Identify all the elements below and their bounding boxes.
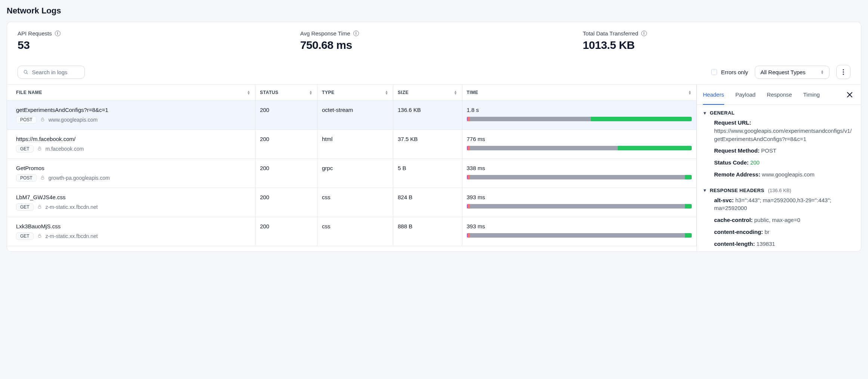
sort-icon[interactable]: ▲▼ (688, 90, 692, 95)
request-type-select[interactable]: All Request Types ▲▼ (755, 66, 830, 79)
controls-row: Errors only All Request Types ▲▼ (7, 65, 861, 84)
table-row[interactable]: GetPromosPOSTgrowth-pa.googleapis.com200… (7, 159, 697, 188)
host-text: www.googleapis.com (49, 117, 98, 123)
cell-type: octet-stream (317, 101, 393, 130)
select-chevron-icon: ▲▼ (821, 70, 824, 74)
close-details-button[interactable] (844, 90, 855, 100)
cell-time: 1.8 s (462, 101, 696, 130)
kv-key: Request Method: (714, 147, 760, 154)
column-header-size[interactable]: Size▲▼ (393, 85, 462, 101)
cell-file: LbM7_GWJS4e.cssGETz-m-static.xx.fbcdn.ne… (7, 188, 255, 217)
column-header-type[interactable]: Type▲▼ (317, 85, 393, 101)
metric-label: Avg Response Time i (300, 30, 568, 37)
file-name: Lxk3BauoMjS.css (16, 223, 251, 229)
time-text: 1.8 s (467, 107, 692, 113)
tab-headers[interactable]: Headers (703, 85, 724, 104)
timing-bar (467, 175, 692, 179)
lock-icon (37, 146, 42, 152)
body-row: File Name▲▼ Status▲▼ Type▲▼ Size▲▼ Time▲ (7, 84, 861, 251)
section-title: RESPONSE HEADERS (710, 188, 764, 193)
cell-status: 200 (255, 159, 317, 188)
column-header-label: Size (398, 90, 409, 95)
kv-key: content-length: (714, 241, 755, 247)
host-text: growth-pa.googleapis.com (49, 175, 110, 181)
details-section-general: ▾ GENERAL Request URL: https://www.googl… (697, 105, 861, 179)
info-icon[interactable]: i (641, 31, 647, 36)
section-header[interactable]: ▾ GENERAL (704, 110, 854, 116)
logs-table-wrap: File Name▲▼ Status▲▼ Type▲▼ Size▲▼ Time▲ (7, 85, 697, 251)
sort-icon[interactable]: ▲▼ (454, 90, 458, 95)
metric-label: Total Data Transferred i (583, 30, 850, 37)
file-name: LbM7_GWJS4e.css (16, 194, 251, 200)
file-name: getExperimentsAndConfigs?r=8&c=1 (16, 107, 251, 113)
file-meta: GETz-m-static.xx.fbcdn.net (16, 203, 251, 211)
table-row[interactable]: Lxk3BauoMjS.cssGETz-m-static.xx.fbcdn.ne… (7, 217, 697, 246)
cell-status: 200 (255, 188, 317, 217)
tab-response[interactable]: Response (767, 85, 792, 104)
more-actions-button[interactable] (836, 65, 850, 79)
kv-row: Status Code: 200 (704, 159, 854, 167)
kv-row: alt-svc: h3=":443"; ma=2592000,h3-29=":4… (704, 196, 854, 213)
column-header-label: File Name (16, 90, 42, 95)
column-header-time[interactable]: Time▲▼ (462, 85, 696, 101)
cell-size: 136.6 KB (393, 101, 462, 130)
section-header[interactable]: ▾ RESPONSE HEADERS (136.6 KB) (704, 188, 854, 193)
tab-timing[interactable]: Timing (803, 85, 819, 104)
file-name: GetPromos (16, 165, 251, 171)
cell-size: 5 B (393, 159, 462, 188)
svg-point-2 (843, 69, 844, 70)
info-icon[interactable]: i (55, 31, 61, 36)
table-row[interactable]: getExperimentsAndConfigs?r=8&c=1POSTwww.… (7, 101, 697, 130)
host-text: z-m-static.xx.fbcdn.net (46, 233, 98, 239)
kv-value: https://www.googleapis.com/experimentsan… (714, 128, 852, 142)
tab-payload[interactable]: Payload (735, 85, 756, 104)
metric-total-data: Total Data Transferred i 1013.5 KB (583, 30, 850, 51)
kv-key: Remote Address: (714, 171, 760, 178)
table-row[interactable]: https://m.facebook.com/GETm.facebook.com… (7, 130, 697, 159)
file-meta: GETm.facebook.com (16, 145, 251, 153)
kv-key: Request URL: (714, 119, 751, 126)
column-header-status[interactable]: Status▲▼ (255, 85, 317, 101)
sort-icon[interactable]: ▲▼ (309, 90, 313, 95)
errors-only-label: Errors only (721, 69, 748, 75)
kv-value: www.googleapis.com (762, 171, 815, 178)
sort-icon[interactable]: ▲▼ (247, 90, 251, 95)
cell-status: 200 (255, 217, 317, 246)
table-row[interactable]: LbM7_GWJS4e.cssGETz-m-static.xx.fbcdn.ne… (7, 188, 697, 217)
errors-only-toggle[interactable]: Errors only (711, 69, 748, 75)
method-badge: GET (16, 145, 34, 153)
kv-value: POST (761, 147, 776, 154)
method-badge: GET (16, 203, 34, 211)
kv-row: cache-control: public, max-age=0 (704, 216, 854, 224)
info-icon[interactable]: i (353, 31, 359, 36)
search-input[interactable] (32, 69, 80, 75)
search-box[interactable] (18, 66, 85, 79)
sort-icon[interactable]: ▲▼ (385, 90, 388, 95)
timing-bar (467, 233, 692, 238)
timing-bar (467, 117, 692, 121)
chevron-down-icon: ▾ (704, 110, 706, 116)
network-logs-card: API Requests i 53 Avg Response Time i 75… (7, 22, 861, 252)
details-section-response-headers: ▾ RESPONSE HEADERS (136.6 KB) alt-svc: h… (697, 182, 861, 248)
svg-rect-5 (41, 119, 44, 121)
cell-type: html (317, 130, 393, 159)
svg-point-3 (843, 71, 844, 72)
svg-rect-9 (38, 236, 41, 238)
cell-file: GetPromosPOSTgrowth-pa.googleapis.com (7, 159, 255, 188)
column-header-label: Time (467, 90, 478, 95)
cell-time: 393 ms (462, 188, 696, 217)
metric-label: API Requests i (18, 30, 285, 37)
metrics-row: API Requests i 53 Avg Response Time i 75… (7, 22, 861, 60)
time-text: 776 ms (467, 136, 692, 142)
svg-rect-8 (38, 207, 41, 209)
cell-file: getExperimentsAndConfigs?r=8&c=1POSTwww.… (7, 101, 255, 130)
time-text: 338 ms (467, 165, 692, 171)
kv-row: Request URL: https://www.googleapis.com/… (704, 119, 854, 143)
time-text: 393 ms (467, 194, 692, 200)
cell-time: 776 ms (462, 130, 696, 159)
logs-table: File Name▲▼ Status▲▼ Type▲▼ Size▲▼ Time▲ (7, 85, 697, 246)
checkbox-icon[interactable] (711, 69, 717, 75)
column-header-file[interactable]: File Name▲▼ (7, 85, 255, 101)
metric-api-requests: API Requests i 53 (18, 30, 285, 51)
chevron-down-icon: ▾ (704, 188, 706, 193)
